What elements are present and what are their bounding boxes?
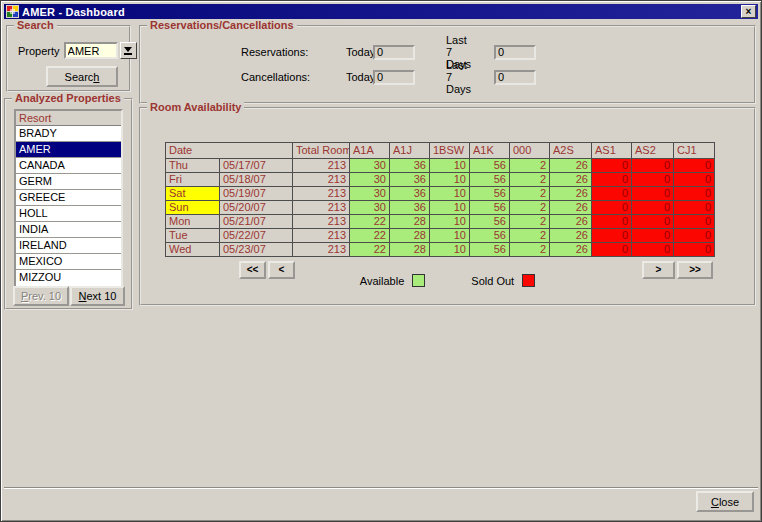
availability-table-body: Thu05/17/0721330361056226000Fri05/18/072… xyxy=(166,159,715,257)
resort-list-body: BRADYAMERCANADAGERMGREECEHOLLINDIAIRELAN… xyxy=(16,126,121,286)
cancellations-label: Cancellations: xyxy=(241,71,353,83)
column-header: A1K xyxy=(470,143,510,159)
resort-list-item[interactable]: IRELAND xyxy=(16,238,121,254)
availability-cell: 30 xyxy=(350,201,390,215)
availability-cell: 22 xyxy=(350,229,390,243)
availability-cell: 0 xyxy=(592,159,632,173)
availability-row: Tue05/22/0721322281056226000 xyxy=(166,229,715,243)
availability-cell: 56 xyxy=(470,215,510,229)
availability-cell: 2 xyxy=(510,229,550,243)
availability-cell: 26 xyxy=(550,173,592,187)
availability-cell: 26 xyxy=(550,229,592,243)
column-header: AS2 xyxy=(632,143,674,159)
prev-10-button[interactable]: Prev. 10 xyxy=(13,286,69,306)
resort-list-item[interactable]: MEXICO xyxy=(16,254,121,270)
resort-list-item[interactable]: INDIA xyxy=(16,222,121,238)
room-availability-title: Room Availability xyxy=(147,101,244,113)
availability-cell: 10 xyxy=(430,201,470,215)
availability-cell: 26 xyxy=(550,243,592,257)
cancellations-week-field[interactable]: 0 xyxy=(494,70,536,85)
availability-cell: 26 xyxy=(550,159,592,173)
column-header: Total Room xyxy=(293,143,350,159)
resort-list-item[interactable]: CANADA xyxy=(16,158,121,174)
availability-cell: 28 xyxy=(390,215,430,229)
availability-cell: 0 xyxy=(632,187,674,201)
resort-list: Resort BRADYAMERCANADAGERMGREECEHOLLINDI… xyxy=(14,109,123,288)
availability-header-row: DateTotal RoomA1AA1J1BSWA1K000A2SAS1AS2C… xyxy=(166,143,715,159)
cancellations-today-field[interactable]: 0 xyxy=(373,70,415,85)
next-10-button[interactable]: Next 10 xyxy=(70,286,125,306)
search-button[interactable]: Search xyxy=(46,66,118,87)
resort-list-item[interactable]: BRADY xyxy=(16,126,121,142)
column-header: A2S xyxy=(550,143,592,159)
soldout-swatch-icon xyxy=(522,274,535,287)
availability-cell: 56 xyxy=(470,201,510,215)
resort-list-header: Resort xyxy=(16,111,121,126)
legend-available-label: Available xyxy=(360,275,404,287)
reservations-group-title: Reservations/Cancellations xyxy=(147,19,297,31)
availability-cell: 0 xyxy=(674,187,715,201)
availability-cell: 26 xyxy=(550,187,592,201)
dropdown-arrow-icon xyxy=(124,47,132,52)
availability-cell: 0 xyxy=(592,215,632,229)
availability-cell: 56 xyxy=(470,173,510,187)
reservations-week-field[interactable]: 0 xyxy=(494,45,536,60)
close-button[interactable]: Close xyxy=(696,491,754,512)
availability-cell: 22 xyxy=(350,243,390,257)
availability-cell: 2 xyxy=(510,173,550,187)
total-room-cell: 213 xyxy=(293,229,350,243)
room-availability-groupbox: Room Availability DateTotal RoomA1AA1J1B… xyxy=(139,107,756,306)
availability-cell: 36 xyxy=(390,187,430,201)
availability-row: Sun05/20/0721330361056226000 xyxy=(166,201,715,215)
day-cell: Mon xyxy=(166,215,220,229)
date-cell: 05/21/07 xyxy=(220,215,293,229)
day-cell: Thu xyxy=(166,159,220,173)
availability-cell: 0 xyxy=(674,243,715,257)
availability-cell: 10 xyxy=(430,215,470,229)
close-icon[interactable]: × xyxy=(741,5,756,18)
resort-list-item[interactable]: GERM xyxy=(16,174,121,190)
availability-cell: 0 xyxy=(632,229,674,243)
day-cell: Wed xyxy=(166,243,220,257)
column-header: A1J xyxy=(390,143,430,159)
availability-cell: 10 xyxy=(430,229,470,243)
availability-cell: 36 xyxy=(390,173,430,187)
availability-row: Wed05/23/0721322281056226000 xyxy=(166,243,715,257)
resort-list-item[interactable]: MIZZOU xyxy=(16,270,121,286)
availability-cell: 0 xyxy=(632,173,674,187)
date-cell: 05/18/07 xyxy=(220,173,293,187)
search-groupbox: Search Property Search xyxy=(6,25,131,92)
availability-cell: 2 xyxy=(510,201,550,215)
column-header: A1A xyxy=(350,143,390,159)
resort-list-item[interactable]: HOLL xyxy=(16,206,121,222)
total-room-cell: 213 xyxy=(293,243,350,257)
dropdown-underline-icon xyxy=(124,53,132,55)
availability-cell: 0 xyxy=(592,243,632,257)
availability-cell: 30 xyxy=(350,187,390,201)
property-dropdown-button[interactable] xyxy=(120,42,137,59)
column-header: 000 xyxy=(510,143,550,159)
dashboard-window: AMER - Dashboard × Search Property Searc… xyxy=(0,0,762,522)
availability-cell: 56 xyxy=(470,229,510,243)
availability-cell: 0 xyxy=(592,187,632,201)
date-cell: 05/17/07 xyxy=(220,159,293,173)
resort-list-item[interactable]: AMER xyxy=(16,142,121,158)
date-cell: 05/23/07 xyxy=(220,243,293,257)
availability-cell: 36 xyxy=(390,201,430,215)
availability-cell: 0 xyxy=(674,159,715,173)
reservations-today-field[interactable]: 0 xyxy=(373,45,415,60)
availability-row: Thu05/17/0721330361056226000 xyxy=(166,159,715,173)
total-room-cell: 213 xyxy=(293,215,350,229)
availability-cell: 0 xyxy=(674,229,715,243)
availability-cell: 10 xyxy=(430,173,470,187)
legend-soldout-label: Sold Out xyxy=(471,275,514,287)
today-label: Today xyxy=(346,46,375,58)
resort-list-item[interactable]: GREECE xyxy=(16,190,121,206)
availability-cell: 30 xyxy=(350,159,390,173)
property-input[interactable] xyxy=(64,42,118,59)
title-bar: AMER - Dashboard × xyxy=(4,4,758,19)
availability-cell: 2 xyxy=(510,187,550,201)
availability-cell: 56 xyxy=(470,187,510,201)
availability-cell: 0 xyxy=(632,215,674,229)
availability-cell: 0 xyxy=(632,201,674,215)
